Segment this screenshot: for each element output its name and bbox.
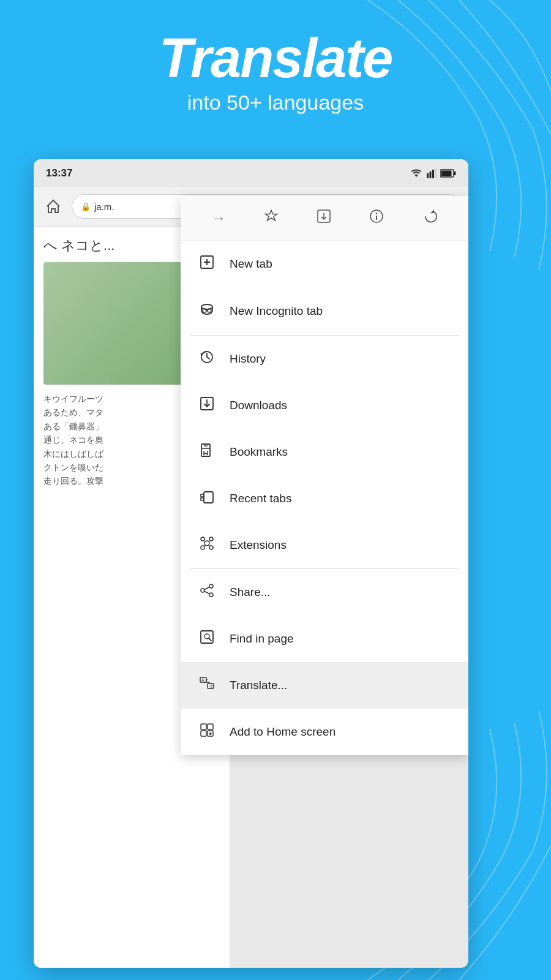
svg-rect-52 bbox=[201, 724, 206, 729]
dropdown-menu: → bbox=[181, 196, 468, 755]
header-subtitle: into 50+ languages bbox=[0, 91, 551, 115]
translate-icon: A 文 bbox=[198, 676, 216, 695]
new-incognito-tab-label: New Incognito tab bbox=[230, 304, 323, 318]
new-incognito-tab-item[interactable]: New Incognito tab bbox=[181, 287, 468, 335]
translate-label: Translate... bbox=[230, 679, 287, 692]
dropdown-toolbar: → bbox=[181, 196, 468, 241]
bookmarks-icon bbox=[198, 442, 216, 462]
refresh-icon bbox=[422, 208, 438, 224]
svg-point-31 bbox=[209, 537, 213, 541]
incognito-icon bbox=[198, 301, 216, 322]
svg-point-30 bbox=[201, 537, 204, 541]
svg-point-33 bbox=[209, 546, 213, 549]
find-in-page-label: Find in page bbox=[230, 632, 294, 646]
bookmarks-label: Bookmarks bbox=[230, 445, 288, 459]
svg-rect-26 bbox=[204, 492, 213, 503]
add-home-icon bbox=[198, 722, 216, 742]
address-text: ja.m. bbox=[94, 202, 114, 212]
svg-point-32 bbox=[201, 546, 204, 549]
svg-point-16 bbox=[201, 304, 212, 309]
share-label: Share... bbox=[230, 586, 271, 599]
svg-point-40 bbox=[209, 593, 213, 597]
home-icon bbox=[45, 198, 62, 215]
history-icon bbox=[198, 349, 216, 369]
history-item[interactable]: History bbox=[181, 336, 468, 382]
wifi-icon bbox=[410, 168, 423, 178]
recent-tabs-label: Recent tabs bbox=[230, 492, 291, 505]
lock-icon: 🔒 bbox=[81, 202, 91, 211]
svg-marker-12 bbox=[430, 209, 434, 213]
find-in-page-item[interactable]: Find in page bbox=[181, 616, 468, 662]
bookmark-button[interactable] bbox=[260, 205, 283, 232]
downloads-icon bbox=[198, 396, 216, 415]
svg-text:A: A bbox=[201, 678, 204, 682]
svg-rect-53 bbox=[208, 724, 213, 729]
share-icon bbox=[198, 582, 216, 602]
svg-text:文: 文 bbox=[209, 684, 214, 688]
forward-button[interactable]: → bbox=[208, 206, 230, 230]
status-icons bbox=[410, 168, 456, 178]
svg-rect-54 bbox=[201, 731, 206, 736]
svg-rect-6 bbox=[454, 172, 456, 175]
downloads-item[interactable]: Downloads bbox=[181, 382, 468, 429]
add-to-home-label: Add to Home screen bbox=[230, 725, 335, 739]
svg-line-34 bbox=[204, 541, 206, 542]
new-tab-icon bbox=[198, 254, 216, 274]
svg-rect-43 bbox=[201, 631, 213, 643]
share-item[interactable]: Share... bbox=[181, 569, 468, 616]
extensions-label: Extensions bbox=[230, 538, 287, 552]
downloads-label: Downloads bbox=[230, 399, 287, 412]
star-icon bbox=[263, 208, 279, 224]
download-button[interactable] bbox=[312, 205, 335, 232]
translate-item[interactable]: A 文 Translate... bbox=[181, 662, 468, 709]
status-bar: 13:37 bbox=[34, 159, 468, 187]
svg-point-11 bbox=[376, 213, 377, 214]
new-tab-label: New tab bbox=[230, 257, 272, 271]
recent-tabs-item[interactable]: Recent tabs bbox=[181, 475, 468, 522]
svg-line-41 bbox=[204, 587, 209, 590]
svg-rect-7 bbox=[441, 170, 452, 176]
add-to-home-item[interactable]: Add to Home screen bbox=[181, 709, 468, 755]
recent-tabs-icon bbox=[198, 489, 216, 508]
extensions-item[interactable]: Extensions bbox=[181, 522, 468, 568]
history-label: History bbox=[230, 352, 266, 366]
info-button[interactable] bbox=[365, 205, 388, 232]
battery-icon bbox=[440, 169, 456, 178]
svg-line-37 bbox=[209, 545, 210, 546]
status-time: 13:37 bbox=[46, 167, 72, 179]
browser-mock: 13:37 bbox=[34, 159, 468, 968]
svg-marker-0 bbox=[414, 175, 418, 177]
info-icon bbox=[369, 208, 384, 224]
header-title: Translate bbox=[0, 31, 551, 86]
svg-rect-4 bbox=[435, 168, 437, 178]
svg-line-36 bbox=[204, 545, 206, 546]
extensions-icon bbox=[198, 535, 216, 555]
find-icon bbox=[198, 629, 216, 649]
new-tab-item[interactable]: New tab bbox=[181, 241, 468, 287]
header-section: Translate into 50+ languages bbox=[0, 0, 551, 115]
svg-point-38 bbox=[209, 584, 213, 588]
download-icon bbox=[316, 208, 332, 224]
bookmarks-item[interactable]: Bookmarks bbox=[181, 429, 468, 475]
svg-rect-27 bbox=[201, 494, 204, 497]
signal-icon bbox=[427, 168, 437, 178]
svg-rect-1 bbox=[427, 173, 429, 178]
svg-line-45 bbox=[209, 638, 211, 641]
svg-line-35 bbox=[209, 541, 210, 542]
svg-rect-2 bbox=[430, 172, 432, 178]
svg-point-39 bbox=[201, 589, 204, 592]
svg-line-42 bbox=[204, 592, 209, 594]
refresh-button[interactable] bbox=[418, 205, 441, 232]
svg-rect-3 bbox=[432, 170, 434, 178]
home-button[interactable] bbox=[41, 194, 66, 219]
svg-rect-28 bbox=[201, 498, 204, 500]
